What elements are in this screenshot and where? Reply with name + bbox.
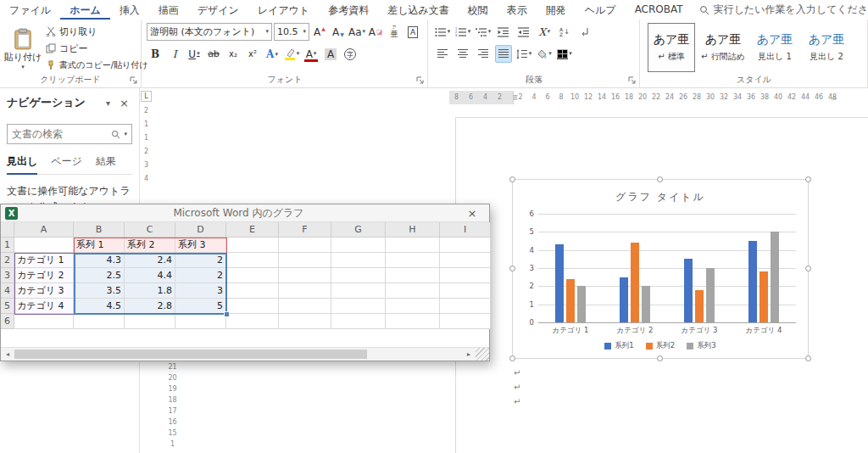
cell-F6[interactable]	[279, 314, 331, 329]
style-見出し 1[interactable]: あア亜見出し 1	[751, 23, 798, 72]
navigation-tab-結果[interactable]: 結果	[96, 154, 116, 174]
change-case-button[interactable]: Aa▾	[348, 23, 365, 41]
cell-G1[interactable]	[331, 238, 386, 253]
bar-系列2-カテゴリ 2[interactable]	[631, 243, 639, 322]
menu-tab-校閲[interactable]: 校閲	[459, 0, 498, 20]
font-dialog-launcher[interactable]	[416, 76, 425, 85]
cell-G2[interactable]	[331, 253, 386, 268]
cell-G4[interactable]	[331, 283, 386, 299]
cell-B4[interactable]: 3.5	[74, 283, 125, 299]
ruby-button[interactable]: ア亜	[386, 23, 403, 41]
cell-A4[interactable]: カテゴリ 3	[14, 283, 74, 299]
bar-系列1-カテゴリ 3[interactable]	[684, 259, 693, 322]
bar-系列1-カテゴリ 4[interactable]	[748, 241, 757, 322]
cell-I2[interactable]	[440, 253, 491, 268]
cell-F5[interactable]	[279, 299, 331, 314]
bar-系列2-カテゴリ 4[interactable]	[760, 271, 768, 322]
cell-D5[interactable]: 5	[175, 299, 226, 314]
bar-系列2-カテゴリ 3[interactable]	[695, 290, 704, 322]
style-標準[interactable]: あア亜↵ 標準	[648, 23, 695, 72]
numbering-button[interactable]: 123 ▾	[454, 23, 471, 41]
cell-C6[interactable]	[125, 314, 175, 329]
resize-handle[interactable]	[509, 355, 515, 361]
cell-F1[interactable]	[279, 238, 331, 253]
cell-H4[interactable]	[386, 283, 440, 299]
cell-H3[interactable]	[386, 268, 440, 283]
menu-tab-開発[interactable]: 開発	[537, 0, 576, 20]
column-header-G[interactable]: G	[331, 222, 386, 238]
align-right-button[interactable]	[475, 45, 492, 63]
multilevel-list-button[interactable]: ▾	[475, 23, 492, 41]
resize-handle[interactable]	[509, 176, 515, 182]
cell-H2[interactable]	[386, 253, 440, 268]
navigation-close-button[interactable]: ×	[116, 97, 132, 109]
formatting-marks-button[interactable]	[576, 23, 593, 41]
bar-系列3-カテゴリ 2[interactable]	[642, 286, 650, 322]
chart-data-window-titlebar[interactable]: X Microsoft Word 内のグラフ ×	[1, 204, 489, 222]
clear-formatting-button[interactable]: A◪	[367, 23, 384, 41]
asian-layout-button[interactable]: X▾	[536, 23, 553, 41]
clipboard-dialog-launcher[interactable]	[130, 76, 138, 85]
cell-I1[interactable]	[440, 238, 491, 253]
font-size-combobox[interactable]: 10.5 ▾	[274, 23, 309, 41]
row-header-2[interactable]: 2	[1, 253, 14, 268]
legend-item-系列1[interactable]: 系列1	[604, 341, 633, 351]
embedded-chart[interactable]: グラフ タイトル 0123456 カテゴリ 1カテゴリ 2カテゴリ 3カテゴリ …	[512, 179, 809, 359]
cell-D6[interactable]	[175, 314, 226, 329]
style-partial[interactable]: あ	[854, 23, 868, 72]
cell-D1[interactable]: 系列 3	[175, 238, 226, 253]
bold-button[interactable]: B	[147, 45, 164, 63]
navigation-tab-ページ[interactable]: ページ	[51, 154, 82, 174]
menu-tab-デザイン[interactable]: デザイン	[188, 0, 248, 20]
chart-data-window-close-button[interactable]: ×	[459, 207, 485, 220]
cell-G3[interactable]	[331, 268, 386, 283]
font-name-combobox[interactable]: 游明朝 (本文のフォント) ▾	[147, 23, 272, 41]
paste-button[interactable]: 貼り付け ▾	[3, 23, 42, 76]
bar-系列1-カテゴリ 1[interactable]	[555, 244, 564, 322]
sheet-corner[interactable]	[1, 222, 14, 238]
text-effects-button[interactable]: A▾	[264, 45, 281, 63]
cell-B1[interactable]: 系列 1	[74, 238, 125, 253]
style-見出し 2[interactable]: あア亜見出し 2	[803, 23, 850, 72]
bar-系列1-カテゴリ 2[interactable]	[620, 277, 628, 322]
bar-系列3-カテゴリ 3[interactable]	[706, 268, 715, 322]
chevron-down-icon[interactable]: ▾	[124, 131, 127, 137]
column-header-C[interactable]: C	[125, 222, 175, 238]
hanging-indent-marker[interactable]: △	[509, 91, 522, 104]
column-header-E[interactable]: E	[226, 222, 279, 238]
cell-F3[interactable]	[279, 268, 331, 283]
cell-B5[interactable]: 4.5	[74, 299, 125, 314]
vertical-ruler-top[interactable]: 211234	[141, 107, 152, 202]
character-shading-button[interactable]: A	[322, 45, 339, 63]
scroll-left-arrow[interactable]: ◂	[1, 348, 14, 361]
justify-button[interactable]	[495, 45, 512, 63]
cell-H5[interactable]	[386, 299, 440, 314]
resize-grip[interactable]	[476, 348, 489, 361]
cell-A1[interactable]	[14, 238, 74, 253]
scrollbar-thumb[interactable]	[14, 350, 367, 359]
cell-I4[interactable]	[440, 283, 491, 299]
cell-E2[interactable]	[226, 253, 279, 268]
sheet-horizontal-scrollbar[interactable]: ◂ ▸	[1, 347, 489, 361]
column-header-F[interactable]: F	[279, 222, 331, 238]
legend-item-系列2[interactable]: 系列2	[646, 341, 675, 351]
cell-F4[interactable]	[279, 283, 331, 299]
navigation-tab-見出し[interactable]: 見出し	[7, 154, 37, 175]
align-center-button[interactable]	[454, 45, 471, 63]
enclose-character-button[interactable]: 字	[342, 45, 359, 63]
superscript-button[interactable]: x²	[244, 45, 261, 63]
subscript-button[interactable]: x₂	[225, 45, 242, 63]
resize-handle[interactable]	[657, 355, 663, 361]
menu-tab-挿入[interactable]: 挿入	[110, 0, 149, 20]
cell-B3[interactable]: 2.5	[74, 268, 125, 283]
cell-C5[interactable]: 2.8	[125, 299, 175, 314]
cell-G6[interactable]	[331, 314, 386, 329]
navigation-search-input[interactable]	[12, 128, 108, 140]
line-spacing-button[interactable]: ▾	[515, 45, 532, 63]
navigation-search-box[interactable]: ▾	[7, 124, 132, 144]
cell-F2[interactable]	[279, 253, 331, 268]
cell-C1[interactable]: 系列 2	[125, 238, 175, 253]
chevron-down-icon[interactable]: ▾	[100, 98, 116, 108]
right-indent-marker[interactable]: △	[827, 91, 841, 104]
tell-me-search[interactable]: 実行したい作業を入力してください	[699, 0, 868, 20]
